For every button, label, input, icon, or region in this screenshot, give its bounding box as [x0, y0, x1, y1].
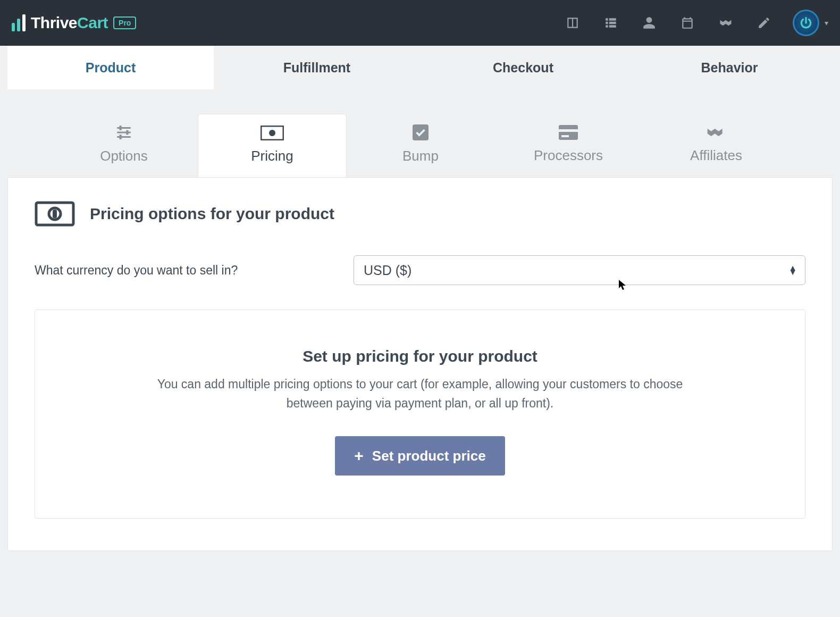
subtab-processors[interactable]: Processors [494, 114, 642, 177]
svg-rect-3 [559, 125, 578, 140]
pricing-box-desc: You can add multiple pricing options to … [154, 375, 686, 413]
handshake-icon [705, 125, 727, 140]
subtab-label: Bump [402, 148, 439, 164]
logo-mark-icon [12, 14, 26, 31]
button-label: Set product price [372, 448, 486, 464]
svg-rect-5 [561, 135, 569, 137]
calendar-icon[interactable] [680, 15, 695, 30]
currency-row: What currency do you want to sell in? US… [35, 255, 805, 285]
power-icon [793, 10, 819, 36]
card-icon [559, 125, 578, 140]
plus-icon: + [354, 447, 364, 465]
panel-title: Pricing options for your product [90, 205, 334, 223]
logo-text: ThriveCart [31, 14, 108, 32]
tab-product[interactable]: Product [7, 46, 214, 89]
subtab-bump[interactable]: Bump [347, 114, 494, 177]
subtab-label: Processors [534, 147, 603, 164]
pricing-setup-box: Set up pricing for your product You can … [35, 310, 805, 519]
list-icon[interactable] [603, 15, 618, 30]
subtab-label: Affiliates [690, 147, 742, 164]
subtab-pricing[interactable]: Pricing [198, 114, 347, 177]
check-icon [413, 124, 429, 140]
tab-fulfillment[interactable]: Fulfillment [214, 46, 420, 89]
topbar: ThriveCart Pro ▾ [0, 0, 840, 46]
chevron-down-icon: ▾ [825, 19, 828, 27]
columns-icon[interactable] [565, 15, 580, 30]
money-icon [261, 126, 284, 140]
set-product-price-button[interactable]: + Set product price [335, 436, 505, 476]
panel-header: Pricing options for your product [35, 201, 805, 227]
subtab-options[interactable]: Options [50, 114, 198, 177]
subtab-label: Pricing [251, 148, 293, 164]
tab-behavior[interactable]: Behavior [626, 46, 833, 89]
svg-rect-8 [53, 210, 57, 218]
pricing-panel: Pricing options for your product What cu… [7, 177, 833, 551]
currency-label: What currency do you want to sell in? [35, 263, 354, 278]
edit-icon[interactable] [757, 15, 771, 30]
handshake-icon[interactable] [718, 15, 733, 30]
logo[interactable]: ThriveCart Pro [12, 14, 136, 32]
money-icon [35, 201, 75, 227]
subtab-affiliates[interactable]: Affiliates [642, 114, 790, 177]
main-tabs: Product Fulfillment Checkout Behavior [0, 46, 840, 89]
svg-rect-4 [559, 129, 578, 132]
account-menu[interactable]: ▾ [793, 10, 828, 36]
tab-checkout[interactable]: Checkout [420, 46, 626, 89]
content-area: Options Pricing Bump Processors Affiliat… [0, 89, 840, 551]
pro-badge: Pro [113, 16, 136, 29]
svg-point-1 [269, 130, 275, 136]
sliders-icon [115, 124, 133, 140]
pricing-box-title: Set up pricing for your product [56, 347, 784, 365]
topbar-nav [565, 15, 771, 30]
sub-tabs: Options Pricing Bump Processors Affiliat… [7, 114, 833, 177]
currency-select[interactable]: USD ($) [354, 255, 805, 285]
subtab-label: Options [100, 148, 148, 164]
user-icon[interactable] [642, 15, 657, 30]
